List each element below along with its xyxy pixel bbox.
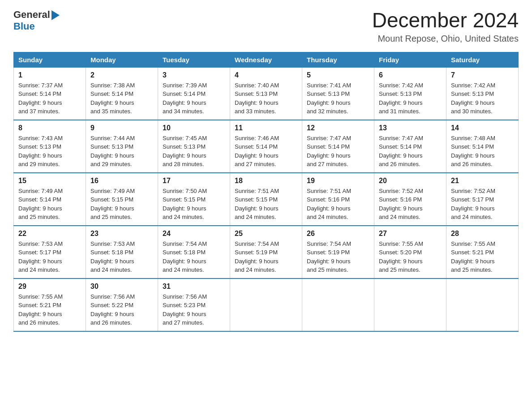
- day-number: 28: [451, 230, 514, 238]
- logo-general-text: General: [13, 9, 50, 21]
- calendar-table: SundayMondayTuesdayWednesdayThursdayFrid…: [13, 52, 519, 332]
- day-number: 13: [379, 124, 442, 132]
- day-info: Sunrise: 7:41 AMSunset: 5:13 PMDaylight:…: [307, 82, 351, 115]
- calendar-cell: 28 Sunrise: 7:55 AMSunset: 5:21 PMDaylig…: [446, 226, 519, 278]
- day-info: Sunrise: 7:49 AMSunset: 5:14 PMDaylight:…: [18, 188, 63, 221]
- day-number: 23: [90, 230, 153, 238]
- calendar-cell: 15 Sunrise: 7:49 AMSunset: 5:14 PMDaylig…: [14, 173, 86, 226]
- calendar-cell: 10 Sunrise: 7:45 AMSunset: 5:13 PMDaylig…: [158, 120, 230, 173]
- day-number: 21: [451, 177, 514, 185]
- calendar-cell: 30 Sunrise: 7:56 AMSunset: 5:22 PMDaylig…: [86, 278, 158, 331]
- day-number: 17: [163, 177, 225, 185]
- calendar-title: December 2024: [372, 9, 519, 32]
- day-number: 26: [307, 230, 369, 238]
- day-number: 3: [163, 71, 225, 79]
- day-info: Sunrise: 7:56 AMSunset: 5:23 PMDaylight:…: [163, 293, 207, 326]
- header-cell-saturday: Saturday: [446, 52, 519, 67]
- header-cell-monday: Monday: [86, 52, 158, 67]
- day-number: 25: [235, 230, 297, 238]
- calendar-cell: 26 Sunrise: 7:54 AMSunset: 5:19 PMDaylig…: [302, 226, 374, 278]
- calendar-cell: 17 Sunrise: 7:50 AMSunset: 5:15 PMDaylig…: [158, 173, 230, 226]
- day-info: Sunrise: 7:47 AMSunset: 5:14 PMDaylight:…: [307, 135, 351, 168]
- calendar-cell: 21 Sunrise: 7:52 AMSunset: 5:17 PMDaylig…: [446, 173, 519, 226]
- calendar-cell: 2 Sunrise: 7:38 AMSunset: 5:14 PMDayligh…: [86, 67, 158, 120]
- calendar-cell: 6 Sunrise: 7:42 AMSunset: 5:13 PMDayligh…: [374, 67, 446, 120]
- calendar-cell: 3 Sunrise: 7:39 AMSunset: 5:14 PMDayligh…: [158, 67, 230, 120]
- day-number: 1: [18, 71, 81, 79]
- day-info: Sunrise: 7:38 AMSunset: 5:14 PMDaylight:…: [90, 82, 135, 115]
- day-number: 29: [18, 283, 81, 291]
- calendar-header: SundayMondayTuesdayWednesdayThursdayFrid…: [14, 52, 519, 67]
- calendar-cell: [446, 278, 519, 331]
- day-number: 22: [18, 230, 81, 238]
- day-info: Sunrise: 7:55 AMSunset: 5:21 PMDaylight:…: [18, 293, 63, 326]
- day-info: Sunrise: 7:48 AMSunset: 5:14 PMDaylight:…: [451, 135, 495, 168]
- page-header: General Blue December 2024 Mount Repose,…: [13, 9, 519, 44]
- calendar-cell: 22 Sunrise: 7:53 AMSunset: 5:17 PMDaylig…: [14, 226, 86, 278]
- week-row-5: 29 Sunrise: 7:55 AMSunset: 5:21 PMDaylig…: [14, 278, 519, 331]
- day-info: Sunrise: 7:53 AMSunset: 5:18 PMDaylight:…: [90, 240, 135, 274]
- day-number: 2: [90, 71, 153, 79]
- logo-blue-text: Blue: [13, 21, 35, 32]
- week-row-3: 15 Sunrise: 7:49 AMSunset: 5:14 PMDaylig…: [14, 173, 519, 226]
- day-info: Sunrise: 7:40 AMSunset: 5:13 PMDaylight:…: [235, 82, 279, 115]
- week-row-4: 22 Sunrise: 7:53 AMSunset: 5:17 PMDaylig…: [14, 226, 519, 278]
- day-info: Sunrise: 7:51 AMSunset: 5:15 PMDaylight:…: [235, 188, 279, 221]
- day-info: Sunrise: 7:54 AMSunset: 5:19 PMDaylight:…: [307, 240, 351, 274]
- day-number: 6: [379, 71, 442, 79]
- calendar-cell: [374, 278, 446, 331]
- calendar-cell: 31 Sunrise: 7:56 AMSunset: 5:23 PMDaylig…: [158, 278, 230, 331]
- day-number: 11: [235, 124, 297, 132]
- day-info: Sunrise: 7:52 AMSunset: 5:16 PMDaylight:…: [379, 188, 423, 221]
- header-row: SundayMondayTuesdayWednesdayThursdayFrid…: [14, 52, 519, 67]
- day-info: Sunrise: 7:49 AMSunset: 5:15 PMDaylight:…: [90, 188, 135, 221]
- calendar-cell: 19 Sunrise: 7:51 AMSunset: 5:16 PMDaylig…: [302, 173, 374, 226]
- day-info: Sunrise: 7:37 AMSunset: 5:14 PMDaylight:…: [18, 82, 63, 115]
- header-cell-sunday: Sunday: [14, 52, 86, 67]
- title-block: December 2024 Mount Repose, Ohio, United…: [372, 9, 519, 44]
- logo: General Blue: [13, 9, 60, 32]
- week-row-2: 8 Sunrise: 7:43 AMSunset: 5:13 PMDayligh…: [14, 120, 519, 173]
- calendar-cell: 23 Sunrise: 7:53 AMSunset: 5:18 PMDaylig…: [86, 226, 158, 278]
- calendar-body: 1 Sunrise: 7:37 AMSunset: 5:14 PMDayligh…: [14, 67, 519, 331]
- header-cell-friday: Friday: [374, 52, 446, 67]
- day-info: Sunrise: 7:42 AMSunset: 5:13 PMDaylight:…: [379, 82, 423, 115]
- calendar-cell: 29 Sunrise: 7:55 AMSunset: 5:21 PMDaylig…: [14, 278, 86, 331]
- calendar-cell: 5 Sunrise: 7:41 AMSunset: 5:13 PMDayligh…: [302, 67, 374, 120]
- calendar-cell: [230, 278, 302, 331]
- day-number: 18: [235, 177, 297, 185]
- day-number: 30: [90, 283, 153, 291]
- day-number: 19: [307, 177, 369, 185]
- day-number: 14: [451, 124, 514, 132]
- day-number: 24: [163, 230, 225, 238]
- calendar-cell: 20 Sunrise: 7:52 AMSunset: 5:16 PMDaylig…: [374, 173, 446, 226]
- day-number: 5: [307, 71, 369, 79]
- day-info: Sunrise: 7:46 AMSunset: 5:14 PMDaylight:…: [235, 135, 279, 168]
- header-cell-tuesday: Tuesday: [158, 52, 230, 67]
- calendar-cell: 25 Sunrise: 7:54 AMSunset: 5:19 PMDaylig…: [230, 226, 302, 278]
- calendar-cell: 1 Sunrise: 7:37 AMSunset: 5:14 PMDayligh…: [14, 67, 86, 120]
- calendar-cell: 14 Sunrise: 7:48 AMSunset: 5:14 PMDaylig…: [446, 120, 519, 173]
- day-info: Sunrise: 7:43 AMSunset: 5:13 PMDaylight:…: [18, 135, 63, 168]
- calendar-cell: 18 Sunrise: 7:51 AMSunset: 5:15 PMDaylig…: [230, 173, 302, 226]
- day-info: Sunrise: 7:51 AMSunset: 5:16 PMDaylight:…: [307, 188, 351, 221]
- calendar-cell: 11 Sunrise: 7:46 AMSunset: 5:14 PMDaylig…: [230, 120, 302, 173]
- day-number: 10: [163, 124, 225, 132]
- calendar-cell: 4 Sunrise: 7:40 AMSunset: 5:13 PMDayligh…: [230, 67, 302, 120]
- day-number: 9: [90, 124, 153, 132]
- calendar-subtitle: Mount Repose, Ohio, United States: [372, 34, 519, 44]
- calendar-cell: 8 Sunrise: 7:43 AMSunset: 5:13 PMDayligh…: [14, 120, 86, 173]
- calendar-cell: 13 Sunrise: 7:47 AMSunset: 5:14 PMDaylig…: [374, 120, 446, 173]
- day-number: 31: [163, 283, 225, 291]
- header-cell-thursday: Thursday: [302, 52, 374, 67]
- day-info: Sunrise: 7:55 AMSunset: 5:21 PMDaylight:…: [451, 240, 495, 274]
- calendar-cell: [302, 278, 374, 331]
- calendar-cell: 12 Sunrise: 7:47 AMSunset: 5:14 PMDaylig…: [302, 120, 374, 173]
- day-number: 8: [18, 124, 81, 132]
- day-info: Sunrise: 7:47 AMSunset: 5:14 PMDaylight:…: [379, 135, 423, 168]
- calendar-cell: 7 Sunrise: 7:42 AMSunset: 5:13 PMDayligh…: [446, 67, 519, 120]
- header-cell-wednesday: Wednesday: [230, 52, 302, 67]
- calendar-cell: 16 Sunrise: 7:49 AMSunset: 5:15 PMDaylig…: [86, 173, 158, 226]
- day-number: 7: [451, 71, 514, 79]
- day-info: Sunrise: 7:45 AMSunset: 5:13 PMDaylight:…: [163, 135, 207, 168]
